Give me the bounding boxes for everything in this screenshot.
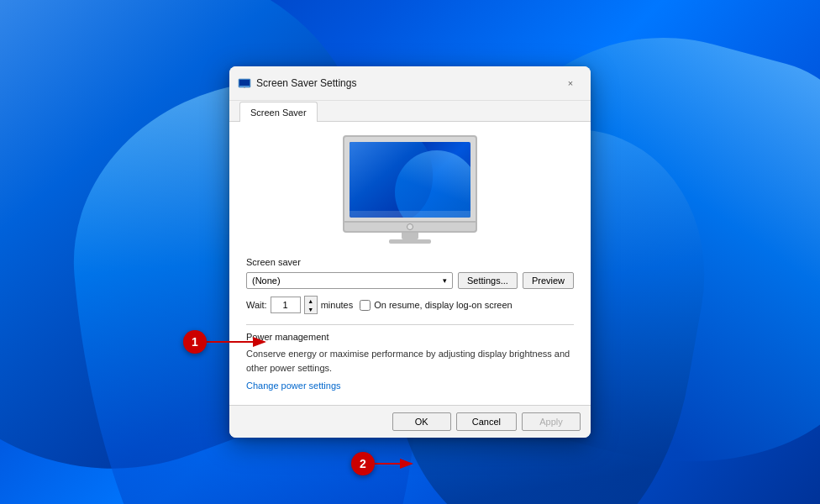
monitor-preview: [246, 135, 574, 244]
close-button[interactable]: ×: [560, 73, 581, 93]
dropdown-value: (None): [252, 276, 281, 286]
minutes-label: minutes: [321, 300, 354, 310]
dialog-content: Screen saver (None) ▾ Settings... Previe…: [229, 122, 591, 405]
window-icon: [238, 76, 251, 90]
screen-saver-settings-dialog: Screen Saver Settings × Screen Saver: [229, 66, 591, 438]
spinner-up-button[interactable]: ▲: [305, 297, 317, 305]
title-bar: Screen Saver Settings ×: [229, 66, 591, 101]
apply-button[interactable]: Apply: [522, 412, 581, 431]
monitor-bottom: [343, 223, 477, 233]
monitor-stand: [402, 233, 418, 239]
spinner-down-button[interactable]: ▼: [305, 305, 317, 313]
annotation-2: 2: [351, 452, 375, 475]
screen-saver-tab[interactable]: Screen Saver: [239, 102, 318, 122]
settings-button[interactable]: Settings...: [458, 272, 518, 289]
monitor: [343, 135, 477, 244]
monitor-button: [407, 223, 413, 230]
preview-button[interactable]: Preview: [523, 272, 574, 289]
title-bar-left: Screen Saver Settings: [238, 76, 356, 90]
resume-checkbox[interactable]: [360, 300, 371, 311]
tab-bar: Screen Saver: [229, 101, 591, 122]
annotation-1: 1: [183, 330, 207, 354]
screen-taskbar: [350, 211, 470, 218]
section-divider: [246, 324, 574, 325]
wait-spinner: ▲ ▼: [304, 296, 318, 314]
dialog-title: Screen Saver Settings: [256, 77, 356, 89]
wait-input[interactable]: [271, 297, 301, 313]
monitor-screen: [350, 142, 470, 218]
power-description: Conserve energy or maximise performance …: [246, 347, 574, 375]
change-power-settings-link[interactable]: Change power settings: [246, 381, 341, 391]
dropdown-chevron-icon: ▾: [443, 276, 447, 285]
dialog-footer: OK Cancel Apply: [229, 405, 591, 438]
power-management-label: Power management: [246, 332, 574, 342]
svg-point-3: [244, 87, 245, 88]
monitor-base: [389, 239, 431, 244]
svg-rect-1: [239, 80, 250, 86]
wait-row: Wait: ▲ ▼ minutes On resume, display log…: [246, 296, 574, 314]
resume-label: On resume, display log-on screen: [374, 300, 512, 310]
screen-saver-label: Screen saver: [246, 257, 574, 267]
ok-button[interactable]: OK: [392, 412, 451, 431]
wait-label: Wait:: [246, 300, 267, 310]
screen-saver-row: (None) ▾ Settings... Preview: [246, 272, 574, 289]
screen-saver-dropdown[interactable]: (None) ▾: [246, 272, 453, 289]
dialog-overlay: Screen Saver Settings × Screen Saver: [0, 0, 820, 504]
monitor-frame: [343, 135, 477, 223]
cancel-button[interactable]: Cancel: [456, 412, 517, 431]
